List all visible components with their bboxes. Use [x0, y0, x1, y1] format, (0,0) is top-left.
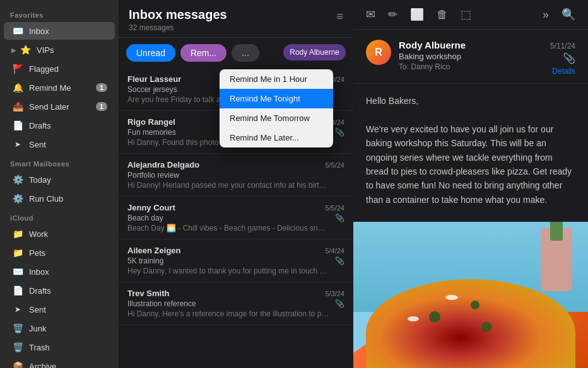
email-attachment-indicator: 📎: [550, 52, 575, 64]
remind-later-item[interactable]: Remind Me Later...: [220, 128, 333, 147]
message-list-title-group: Inbox messages 32 messages: [129, 8, 227, 32]
sidebar-item-flagged[interactable]: 🚩 Flagged: [4, 60, 115, 78]
sidebar-item-junk[interactable]: 🗑️ Junk: [4, 319, 115, 337]
delete-icon[interactable]: 🗑: [434, 6, 450, 24]
sidebar-item-inbox[interactable]: ✉️ Inbox: [4, 22, 115, 40]
trash-icon: 🗑️: [11, 341, 24, 354]
move-icon[interactable]: ⬚: [458, 5, 474, 24]
attachment-icon: 📎: [335, 214, 344, 222]
sidebar-item-trash[interactable]: 🗑️ Trash: [4, 338, 115, 356]
sidebar-item-icloud-drafts[interactable]: 📄 Drafts: [4, 282, 115, 299]
msg-preview: Hi Danny! Herland passed me your contact…: [127, 181, 329, 190]
msg-sender: Trev Smith: [127, 289, 169, 298]
sidebar-item-work[interactable]: 📁 Work: [4, 225, 115, 243]
detail-toolbar: ✉ ✏ ⬜ 🗑 ⬚ » 🔍: [353, 0, 588, 30]
msg-date: 5/4/24: [325, 247, 344, 255]
sidebar-item-drafts-label: Drafts: [29, 121, 107, 130]
msg-sender: Aileen Zeigen: [127, 246, 181, 255]
msg-row: Alejandra Delgado 5/5/24: [127, 160, 344, 170]
msg-sender: Alejandra Delgado: [127, 160, 199, 170]
compose-icon[interactable]: ✏: [385, 5, 400, 24]
remind-me-icon: 🔔: [11, 81, 24, 94]
icloud-sent-icon: ➤: [11, 303, 24, 316]
message-item[interactable]: Aileen Zeigen 5/4/24 5K training 📎 Hey D…: [119, 239, 353, 282]
email-header: R Rody Albuerne Baking workshop To: Dann…: [353, 30, 588, 84]
detail-panel: ✉ ✏ ⬜ 🗑 ⬚ » 🔍 R Rody Albuerne Baking wor…: [353, 0, 588, 368]
sidebar-item-pets-label: Pets: [29, 248, 107, 258]
selected-sender-badge: Rody Albuerne: [283, 44, 346, 60]
sidebar-item-icloud-sent[interactable]: ➤ Sent: [4, 301, 115, 318]
email-image: [353, 222, 588, 368]
email-date: 5/11/24: [550, 42, 575, 50]
message-list-panel: Inbox messages 32 messages ≡ Unread Rem.…: [119, 0, 353, 368]
filter-unread-button[interactable]: Unread: [126, 44, 175, 62]
send-later-badge: 1: [96, 102, 107, 111]
remind-1hour-item[interactable]: Remind Me in 1 Hour: [220, 69, 333, 89]
pizza-visual: [366, 279, 575, 368]
sidebar-item-archive[interactable]: 📦 Archive: [4, 357, 115, 368]
attachment-icon: 📎: [335, 299, 344, 308]
attachment-icon: 📎: [335, 256, 344, 265]
sidebar-item-run-club[interactable]: ⚙️ Run Club: [4, 190, 115, 207]
reply-icon[interactable]: ✉: [363, 5, 378, 24]
detail-content: R Rody Albuerne Baking workshop To: Dann…: [353, 30, 588, 368]
msg-sender: Jenny Court: [127, 203, 175, 212]
message-item[interactable]: Jenny Court 5/5/24 Beach day 📎 Beach Day…: [119, 197, 353, 239]
sidebar-item-drafts[interactable]: 📄 Drafts: [4, 117, 115, 134]
msg-subject: 5K training 📎: [127, 256, 344, 265]
sidebar-item-inbox-label: Inbox: [29, 26, 107, 36]
remind-me-dropdown[interactable]: Remind Me in 1 Hour Remind Me Tonight Re…: [220, 69, 333, 147]
work-icon: 📁: [11, 227, 24, 240]
avatar: R: [366, 40, 391, 65]
msg-date: 5/5/24: [325, 204, 344, 212]
more-icon[interactable]: »: [540, 6, 551, 24]
sidebar-item-icloud-inbox[interactable]: ✉️ Inbox: [4, 263, 115, 280]
filter-reminders-button[interactable]: Rem...: [180, 44, 226, 62]
vips-icon: ⭐: [19, 43, 32, 56]
msg-row: Aileen Zeigen 5/4/24: [127, 246, 344, 255]
send-later-icon: 📤: [11, 100, 24, 113]
msg-row: Trev Smith 5/3/24: [127, 289, 344, 298]
msg-date: 5/5/24: [325, 161, 344, 169]
message-list-count: 32 messages: [129, 23, 227, 32]
run-club-icon: ⚙️: [11, 192, 24, 205]
msg-subject: Beach day 📎: [127, 214, 344, 222]
filter-icon[interactable]: ≡: [336, 10, 343, 23]
sidebar-item-remind-me[interactable]: 🔔 Remind Me 1: [4, 79, 115, 96]
email-meta: Rody Albuerne Baking workshop To: Danny …: [399, 40, 543, 71]
remind-tomorrow-item[interactable]: Remind Me Tomorrow: [220, 108, 333, 128]
email-body-text: We're very excited to have you all join …: [366, 122, 575, 207]
sidebar-item-sent-label: Sent: [29, 140, 107, 149]
message-list-title: Inbox messages: [129, 8, 227, 22]
email-body: Hello Bakers, We're very excited to have…: [353, 84, 588, 217]
sidebar-item-vips-label: VIPs: [37, 45, 107, 55]
icloud-drafts-icon: 📄: [11, 284, 24, 297]
sidebar-item-run-club-label: Run Club: [29, 194, 107, 204]
sent-icon: ➤: [11, 138, 24, 151]
inbox-icon: ✉️: [11, 25, 24, 37]
msg-sender: Fleur Lasseur: [127, 74, 181, 84]
archive-toolbar-icon[interactable]: ⬜: [408, 5, 426, 24]
smart-mailboxes-label: Smart Mailboxes: [0, 154, 119, 170]
icloud-section-label: iCloud: [0, 208, 119, 224]
pets-icon: 📁: [11, 246, 24, 259]
message-item[interactable]: Alejandra Delgado 5/5/24 Portfolio revie…: [119, 154, 353, 197]
search-icon[interactable]: 🔍: [559, 5, 578, 24]
message-item[interactable]: Trev Smith 5/3/24 Illustration reference…: [119, 282, 353, 325]
filter-buttons-row: Unread Rem... ... Rody Albuerne: [119, 38, 353, 68]
msg-row: Jenny Court 5/5/24: [127, 203, 344, 212]
sidebar-item-vips[interactable]: ▶ ⭐ VIPs: [4, 41, 115, 59]
favorites-section-label: Favorites: [0, 5, 119, 21]
sidebar: Favorites ✉️ Inbox ▶ ⭐ VIPs 🚩 Flagged 🔔 …: [0, 0, 119, 368]
sidebar-item-sent[interactable]: ➤ Sent: [4, 135, 115, 153]
msg-date: 5/3/24: [325, 290, 344, 297]
sidebar-item-archive-label: Archive: [29, 362, 107, 369]
vips-arrow: ▶: [11, 47, 16, 54]
sidebar-item-send-later[interactable]: 📤 Send Later 1: [4, 98, 115, 115]
remind-tonight-item[interactable]: Remind Me Tonight: [220, 89, 333, 108]
email-details-link[interactable]: Details: [550, 67, 575, 76]
sidebar-item-pets[interactable]: 📁 Pets: [4, 244, 115, 262]
sidebar-item-today[interactable]: ⚙️ Today: [4, 171, 115, 188]
filter-other-button[interactable]: ...: [232, 44, 259, 62]
message-list-header: Inbox messages 32 messages ≡: [119, 0, 353, 38]
